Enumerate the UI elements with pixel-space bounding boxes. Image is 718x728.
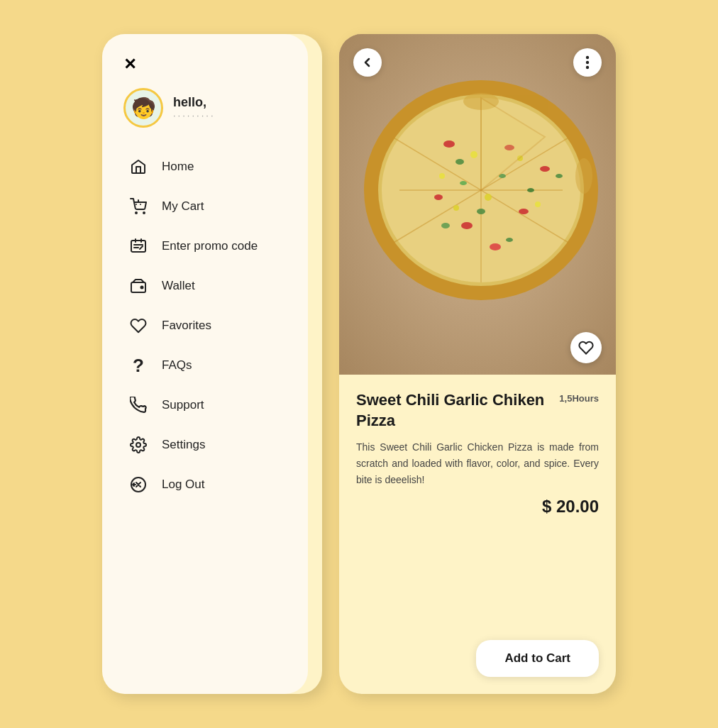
logout-icon	[128, 474, 149, 495]
svg-point-8	[141, 287, 143, 289]
svg-point-46	[586, 66, 589, 69]
sidebar-item-support[interactable]: Support	[123, 387, 287, 423]
more-options-button[interactable]	[573, 48, 602, 77]
logout-label: Log Out	[162, 478, 205, 492]
svg-point-33	[460, 181, 467, 185]
svg-point-32	[506, 238, 513, 242]
svg-line-7	[140, 246, 143, 249]
food-description: This Sweet Chili Garlic Chicken Pizza is…	[356, 439, 599, 488]
sidebar-item-promo[interactable]: Enter promo code	[123, 228, 287, 264]
svg-point-38	[485, 194, 492, 201]
svg-point-35	[470, 151, 477, 158]
detail-section: Sweet Chili Garlic Chiken Pizza 1,5Hours…	[339, 375, 616, 694]
home-icon	[128, 156, 149, 177]
food-title: Sweet Chili Garlic Chiken Pizza	[356, 390, 551, 431]
svg-point-31	[441, 223, 450, 228]
faqs-label: FAQs	[162, 358, 192, 373]
svg-point-1	[143, 212, 145, 214]
home-label: Home	[162, 160, 194, 174]
time-badge: 1,5Hours	[559, 390, 599, 404]
support-icon	[128, 395, 149, 416]
cart-label: My Cart	[162, 199, 204, 214]
sidebar-item-home[interactable]: Home	[123, 149, 287, 184]
svg-point-42	[575, 158, 592, 194]
detail-header: Sweet Chili Garlic Chiken Pizza 1,5Hours	[356, 390, 599, 431]
sidebar-item-faqs[interactable]: ? FAQs	[123, 348, 287, 383]
promo-label: Enter promo code	[162, 239, 258, 253]
wallet-label: Wallet	[162, 279, 195, 293]
cart-icon	[128, 196, 149, 217]
svg-point-24	[434, 194, 443, 200]
favorites-icon	[128, 315, 149, 336]
menu-overlay: ✕ 🧒 hello, ·········	[102, 34, 308, 694]
avatar-emoji: 🧒	[131, 96, 156, 120]
sidebar-item-wallet[interactable]: Wallet	[123, 268, 287, 304]
svg-point-40	[453, 205, 459, 211]
faqs-icon: ?	[128, 355, 149, 376]
food-price: $ 20.00	[542, 497, 599, 517]
sidebar-item-my-cart[interactable]: My Cart	[123, 189, 287, 224]
svg-point-39	[535, 202, 541, 207]
food-image-section	[339, 34, 616, 375]
svg-point-34	[556, 174, 563, 178]
greeting-text: hello,	[173, 95, 216, 110]
sidebar-item-logout[interactable]: Log Out	[123, 467, 287, 502]
svg-point-0	[136, 212, 137, 214]
favorites-label: Favorites	[162, 319, 211, 333]
add-to-cart-button[interactable]: Add to Cart	[476, 640, 599, 677]
favorite-button[interactable]	[570, 332, 602, 363]
svg-point-44	[586, 56, 589, 59]
sidebar-item-favorites[interactable]: Favorites	[123, 308, 287, 343]
food-image	[339, 34, 616, 375]
left-panel: 🔍 🔔 🍰 Deserts $ 50.00 $ 15.00 ✕ 🧒	[102, 34, 322, 694]
wallet-icon	[128, 275, 149, 297]
svg-point-9	[136, 443, 140, 447]
svg-point-45	[586, 61, 589, 64]
price-row: $ 20.00	[356, 497, 599, 517]
close-button[interactable]: ✕	[123, 55, 146, 74]
svg-point-22	[461, 222, 473, 229]
promo-icon	[128, 236, 149, 257]
user-section: 🧒 hello, ·········	[123, 88, 287, 128]
right-panel: Sweet Chili Garlic Chiken Pizza 1,5Hours…	[339, 34, 616, 694]
support-label: Support	[162, 398, 204, 412]
user-info: hello, ·········	[173, 95, 216, 121]
svg-point-37	[439, 173, 445, 179]
svg-point-25	[490, 243, 501, 250]
svg-point-26	[540, 166, 550, 172]
settings-label: Settings	[162, 438, 205, 452]
svg-point-30	[527, 188, 534, 192]
nav-menu: Home My Cart	[123, 149, 287, 502]
settings-icon	[128, 434, 149, 456]
svg-point-27	[455, 159, 464, 165]
sidebar-item-settings[interactable]: Settings	[123, 427, 287, 463]
svg-point-29	[477, 209, 485, 214]
svg-point-23	[519, 209, 529, 214]
svg-point-20	[443, 140, 455, 148]
back-button[interactable]	[353, 48, 382, 77]
avatar: 🧒	[123, 88, 163, 128]
user-dots: ·········	[173, 110, 216, 121]
